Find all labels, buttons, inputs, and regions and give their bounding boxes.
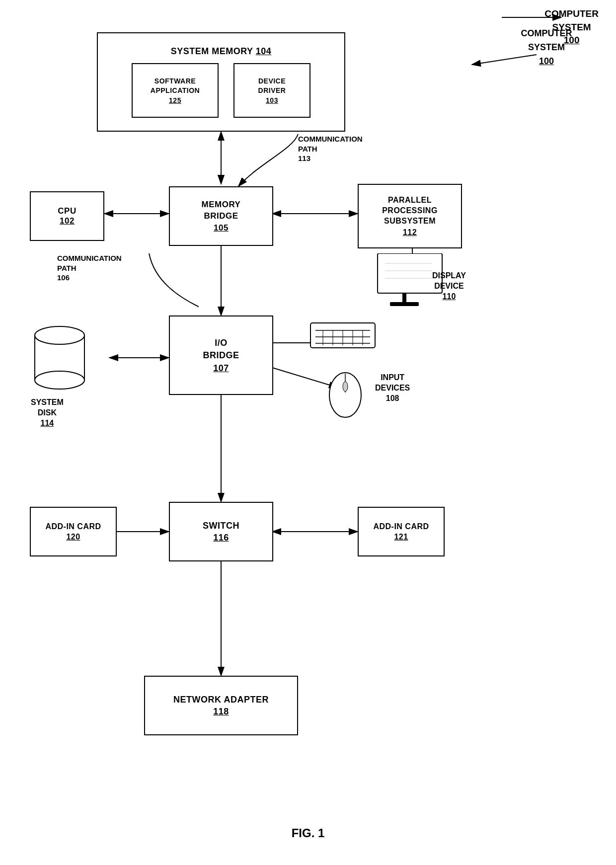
input-devices-label: INPUTDEVICES108 <box>375 373 410 403</box>
network-adapter-box: NETWORK ADAPTER 118 <box>144 676 298 735</box>
device-driver-box: DEVICE DRIVER 103 <box>233 63 310 118</box>
memory-bridge-box: MEMORY BRIDGE 105 <box>169 186 273 246</box>
switch-box: SWITCH 116 <box>169 502 273 561</box>
cpu-box: CPU 102 <box>30 191 104 241</box>
software-app-box: SOFTWARE APPLICATION 125 <box>132 63 219 118</box>
svg-rect-22 <box>390 302 419 306</box>
system-memory-box: SYSTEM MEMORY 104 SOFTWARE APPLICATION 1… <box>97 32 345 132</box>
diagram: COMPUTER SYSTEM 100 COMPUTERSYSTEM100 SY… <box>0 0 616 865</box>
svg-point-40 <box>35 371 84 389</box>
svg-point-37 <box>343 382 348 392</box>
system-disk-label: SYSTEMDISK114 <box>31 397 64 428</box>
mouse-icon <box>325 363 365 420</box>
parallel-processing-box: PARALLEL PROCESSING SUBSYSTEM 112 <box>358 184 462 248</box>
keyboard-icon <box>308 320 378 350</box>
svg-rect-21 <box>402 293 406 303</box>
computer-system-block-label: COMPUTERSYSTEM100 <box>544 7 599 47</box>
svg-point-39 <box>35 326 84 344</box>
display-device-label: DISPLAYDEVICE110 <box>432 271 466 302</box>
computer-system-number: 100 <box>539 56 554 66</box>
fig-label: FIG. 1 <box>292 826 325 840</box>
io-bridge-box: I/O BRIDGE 107 <box>169 315 273 395</box>
comm-path-106-label: COMMUNICATIONPATH106 <box>57 253 122 283</box>
add-in-card-121-box: ADD-IN CARD 121 <box>358 507 445 556</box>
system-disk-icon <box>27 318 92 397</box>
system-memory-label: SYSTEM MEMORY 104 <box>171 46 272 57</box>
comm-path-113-label: COMMUNICATIONPATH113 <box>298 134 363 163</box>
add-in-card-120-box: ADD-IN CARD 120 <box>30 507 117 556</box>
